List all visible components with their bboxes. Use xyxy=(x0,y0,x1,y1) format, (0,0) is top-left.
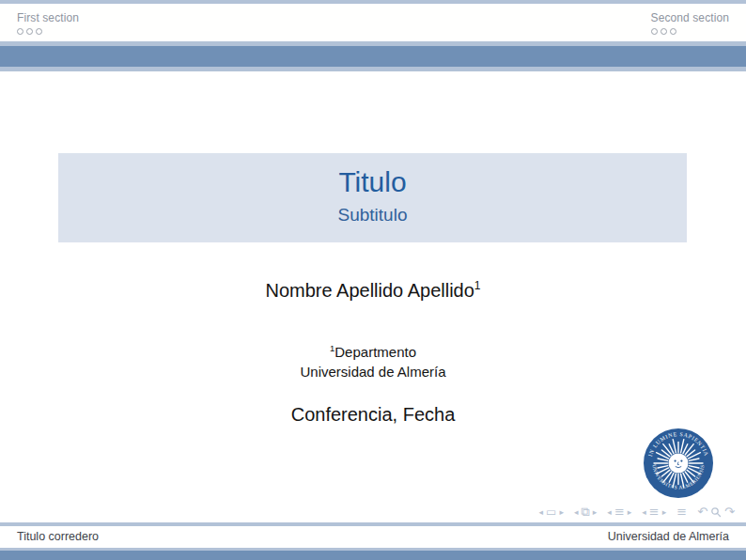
presentation-subtitle: Subtitulo xyxy=(58,205,687,226)
slide-dot[interactable] xyxy=(661,28,667,35)
slide-dot[interactable] xyxy=(36,28,42,35)
section-link-second[interactable]: Second section xyxy=(651,11,729,24)
frame-icon[interactable]: ⧉ xyxy=(582,505,590,520)
frame-title-separator-strip xyxy=(0,67,746,71)
sun-eye-right xyxy=(680,460,682,462)
prev-frame-icon[interactable]: ◂ xyxy=(574,505,579,520)
institute-department: Departmento xyxy=(334,344,416,360)
slide-dot[interactable] xyxy=(651,28,658,35)
section-nav-second: Second section xyxy=(651,11,729,35)
nav-history-group: ↶ ↷ xyxy=(697,505,735,520)
go-back-icon[interactable]: ↶ xyxy=(697,505,707,520)
title-block: Titulo Subtitulo xyxy=(58,153,687,242)
footline-short-title: Titulo corredero xyxy=(17,526,99,548)
search-icon[interactable] xyxy=(710,506,722,518)
subsection-icon[interactable]: ≡ xyxy=(649,505,660,520)
nav-section-group: ◂ ≡ ▸ xyxy=(607,505,631,520)
appendix-icon[interactable]: ≡ xyxy=(676,505,687,520)
presentation-title: Titulo xyxy=(58,166,687,198)
navigation-symbols: ◂ ▭ ▸ ◂ ⧉ ▸ ◂ ≡ ▸ ◂ ≡ ▸ ≡ ↶ ↷ xyxy=(529,504,735,521)
conference-date-line: Conferencia, Fecha xyxy=(0,404,746,426)
university-seal-logo: IN LUMINE SAPIENTIA UNIVERSITAS ALMERIEN… xyxy=(643,428,714,499)
next-section-icon[interactable]: ▸ xyxy=(628,505,632,520)
go-forward-icon[interactable]: ↷ xyxy=(724,505,735,520)
prev-slide-icon[interactable]: ◂ xyxy=(539,505,544,520)
nav-subsection-group: ◂ ≡ ▸ xyxy=(642,505,666,520)
slide-dot[interactable] xyxy=(670,28,676,35)
section-icon[interactable]: ≡ xyxy=(614,505,625,520)
institute-department-line: 1Departmento xyxy=(0,338,746,362)
sun-eye-left xyxy=(675,460,676,462)
institute-university: Universidad de Almería xyxy=(0,362,746,381)
prev-section-icon[interactable]: ◂ xyxy=(607,505,612,520)
nav-appendix-group: ≡ xyxy=(676,505,687,520)
nav-slide-group: ◂ ▭ ▸ xyxy=(539,505,564,520)
prev-subsection-icon[interactable]: ◂ xyxy=(642,505,646,520)
section-link-first[interactable]: First section xyxy=(17,11,79,24)
slide-dots-first xyxy=(17,28,79,35)
author-line: Nombre Apellido Apellido1 xyxy=(0,279,746,302)
headline-bar xyxy=(0,4,746,41)
next-slide-icon[interactable]: ▸ xyxy=(559,505,564,520)
next-subsection-icon[interactable]: ▸ xyxy=(662,505,667,520)
beamer-slide: First section Second section Titulo Subt… xyxy=(0,0,746,560)
institute-block: 1Departmento Universidad de Almería xyxy=(0,338,746,381)
author-footnote-mark: 1 xyxy=(474,279,481,292)
footline-bar: Titulo corredero Universidad de Almería xyxy=(0,526,746,548)
nav-frame-group: ◂ ⧉ ▸ xyxy=(574,505,597,520)
author-name: Nombre Apellido Apellido xyxy=(265,280,474,301)
slide-dot[interactable] xyxy=(17,28,23,35)
bottom-accent-bar xyxy=(0,551,746,560)
section-nav-first: First section xyxy=(17,11,79,35)
frame-title-bar xyxy=(0,46,746,67)
slide-dots-second xyxy=(651,28,729,35)
slide-dot[interactable] xyxy=(26,28,33,35)
slide-icon[interactable]: ▭ xyxy=(546,505,556,520)
next-frame-icon[interactable]: ▸ xyxy=(593,505,598,520)
footline-institution: Universidad de Almería xyxy=(608,526,729,548)
